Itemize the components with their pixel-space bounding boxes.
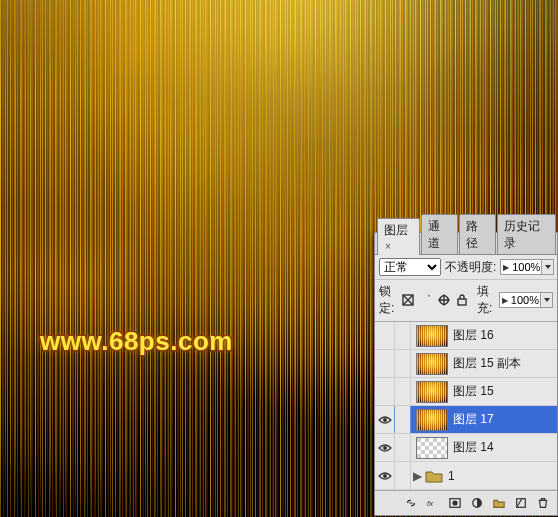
opacity-spinner[interactable]: ▶ — [500, 259, 554, 275]
folder-icon — [425, 465, 443, 487]
lock-transparent-icon[interactable] — [401, 293, 415, 308]
lock-fill-row: 锁定: 填充: ▶ — [375, 280, 557, 322]
fill-label: 填充: — [477, 283, 495, 317]
layer-thumbnail[interactable] — [416, 409, 448, 431]
layer-name[interactable]: 图层 15 副本 — [453, 355, 557, 372]
visibility-toggle[interactable] — [375, 434, 395, 461]
layer-row[interactable]: 图层 14 — [375, 434, 557, 462]
layer-thumbnail[interactable] — [416, 381, 448, 403]
link-cell[interactable] — [395, 406, 411, 433]
layer-name[interactable]: 1 — [448, 469, 557, 483]
layer-name[interactable]: 图层 14 — [453, 439, 557, 456]
layer-row[interactable]: 图层 15 副本 — [375, 350, 557, 378]
layer-row[interactable]: 图层 15 — [375, 378, 557, 406]
visibility-toggle[interactable] — [375, 322, 395, 349]
svg-rect-1 — [458, 299, 466, 305]
link-icon[interactable] — [401, 494, 421, 512]
visibility-toggle[interactable] — [375, 406, 395, 433]
layers-panel: 图层× 通道 路径 历史记录 正常 不透明度: ▶ 锁定: 填充: ▶ 图层 1… — [374, 232, 558, 516]
layer-thumbnail[interactable] — [416, 353, 448, 375]
lock-all-icon[interactable] — [455, 293, 469, 308]
link-cell[interactable] — [395, 350, 411, 377]
blend-opacity-row: 正常 不透明度: ▶ — [375, 255, 557, 280]
link-cell[interactable] — [395, 462, 411, 489]
link-cell[interactable] — [395, 378, 411, 405]
layer-list: 图层 16图层 15 副本图层 15图层 17图层 14▶1 — [375, 322, 557, 490]
svg-point-7 — [452, 500, 457, 505]
layer-name[interactable]: 图层 17 — [453, 411, 557, 428]
opacity-dropdown-icon[interactable] — [541, 260, 553, 274]
fill-spinner[interactable]: ▶ — [499, 292, 553, 308]
panel-tabs: 图层× 通道 路径 历史记录 — [375, 233, 557, 255]
visibility-toggle[interactable] — [375, 350, 395, 377]
opacity-input[interactable] — [511, 261, 541, 273]
fx-icon[interactable]: fx — [423, 494, 443, 512]
link-cell[interactable] — [395, 322, 411, 349]
layer-thumbnail[interactable] — [416, 325, 448, 347]
new-layer-icon[interactable] — [511, 494, 531, 512]
group-icon[interactable] — [489, 494, 509, 512]
chevron-right-icon[interactable]: ▶ — [500, 296, 510, 305]
lock-pixels-icon[interactable] — [419, 293, 433, 308]
visibility-toggle[interactable] — [375, 378, 395, 405]
blend-mode-select[interactable]: 正常 — [379, 258, 441, 276]
svg-point-4 — [383, 474, 387, 478]
panel-footer: fx — [375, 490, 557, 515]
tab-layers[interactable]: 图层× — [377, 218, 420, 255]
mask-icon[interactable] — [445, 494, 465, 512]
watermark-68ps: www.68ps.com — [40, 326, 233, 357]
visibility-toggle[interactable] — [375, 462, 395, 489]
svg-text:fx: fx — [427, 499, 434, 508]
fill-dropdown-icon[interactable] — [540, 293, 552, 307]
adjustment-icon[interactable] — [467, 494, 487, 512]
svg-point-3 — [383, 446, 387, 450]
link-cell[interactable] — [395, 434, 411, 461]
lock-position-icon[interactable] — [437, 293, 451, 308]
svg-point-2 — [383, 418, 387, 422]
tab-channels[interactable]: 通道 — [421, 214, 458, 254]
fill-input[interactable] — [510, 294, 540, 306]
disclosure-triangle-icon[interactable]: ▶ — [413, 469, 423, 483]
tab-layers-label: 图层 — [384, 223, 408, 237]
tab-paths[interactable]: 路径 — [459, 214, 496, 254]
layer-name[interactable]: 图层 15 — [453, 383, 557, 400]
layer-row[interactable]: 图层 16 — [375, 322, 557, 350]
lock-label: 锁定: — [379, 283, 397, 317]
tab-history[interactable]: 历史记录 — [497, 214, 556, 254]
chevron-right-icon[interactable]: ▶ — [501, 263, 511, 272]
layer-thumbnail[interactable] — [416, 437, 448, 459]
opacity-label: 不透明度: — [445, 259, 496, 276]
layer-row[interactable]: ▶1 — [375, 462, 557, 490]
layer-row[interactable]: 图层 17 — [375, 406, 557, 434]
layer-name[interactable]: 图层 16 — [453, 327, 557, 344]
trash-icon[interactable] — [533, 494, 553, 512]
close-icon[interactable]: × — [385, 241, 391, 252]
